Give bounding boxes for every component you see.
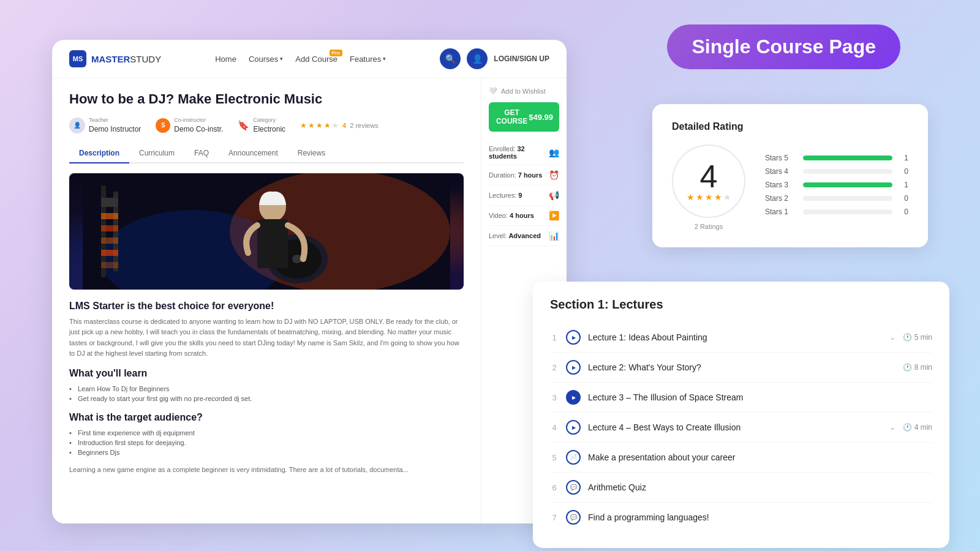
lecture-duration-1: 🕐 5 min: [903, 333, 932, 342]
clock-icon-1: 🕐: [903, 333, 912, 342]
lecture-num-5: 5: [550, 453, 559, 462]
tab-reviews[interactable]: Reviews: [288, 144, 335, 163]
enrolled-stat: Enrolled: 32 students 👥: [489, 140, 559, 165]
lecture-name-5: Make a presentation about your career: [588, 452, 932, 462]
coinstructor-info: Co-instructor Demo Co-instr.: [174, 117, 223, 134]
rating-row-3: Stars 3 1: [765, 181, 908, 189]
svg-rect-8: [101, 238, 118, 244]
enrolled-icon: 👥: [549, 148, 559, 157]
stars3-bar-wrap: [803, 182, 892, 187]
nav-features[interactable]: Features ▾: [350, 54, 386, 64]
search-button[interactable]: 🔍: [440, 48, 461, 69]
section-title: Section 1: Lectures: [550, 298, 932, 312]
clock-icon-2: 🕐: [903, 363, 912, 372]
lecture-row-6[interactable]: 6 Arithmetic Quiz: [550, 473, 932, 503]
lecture-name-7: Find a programming languages!: [588, 512, 932, 522]
nav-home[interactable]: Home: [215, 54, 236, 64]
lecture-icon-5: [566, 450, 581, 465]
level-stat: Level: Advanced 📊: [489, 226, 559, 246]
lecture-row-3[interactable]: 3 Lecture 3 – The Illusion of Space Stre…: [550, 383, 932, 413]
stars4-bar-wrap: [803, 169, 892, 174]
lecture-icon-7: [566, 510, 581, 525]
user-button[interactable]: 👤: [467, 48, 488, 69]
lecture-num-7: 7: [550, 513, 559, 522]
stars4-count: 0: [899, 167, 908, 176]
chevron-1: ⌄: [889, 333, 895, 342]
tab-curriculum[interactable]: Curriculum: [129, 144, 184, 163]
stars3-count: 1: [899, 181, 908, 189]
get-course-button[interactable]: GET COURSE $49.99: [489, 102, 559, 132]
course-main: How to be a DJ? Make Electronic Music 👤 …: [52, 78, 481, 523]
rating-bars: Stars 5 1 Stars 4 0 Stars 3 1: [765, 154, 908, 221]
coinstructor-meta: S Co-instructor Demo Co-instr.: [156, 117, 223, 134]
lectures-stat: Lectures: 9 📢: [489, 186, 559, 206]
tab-faq[interactable]: FAQ: [184, 144, 219, 163]
rating-title: Detailed Rating: [672, 121, 908, 132]
course-tabs: Description Curriculum FAQ Announcement …: [69, 144, 464, 163]
svg-rect-15: [257, 219, 288, 268]
rating-row-5: Stars 5 1: [765, 154, 908, 162]
rating-content: 4 ★★★★★ 2 Ratings Stars 5 1 Stars 4 0: [672, 144, 908, 230]
learn-heading: What you'll learn: [69, 368, 464, 379]
rating-stars: ★★★★★: [687, 192, 731, 202]
lecture-row-2[interactable]: 2 Lecture 2: What's Your Story? 🕐 8 min: [550, 353, 932, 383]
nav-courses[interactable]: Courses ▾: [249, 54, 283, 64]
category-meta: 🔖 Category Electronic: [238, 117, 285, 134]
stars3-bar: [803, 182, 892, 187]
learn-item-2: Get ready to start your first gig with n…: [69, 394, 464, 403]
wishlist-button[interactable]: 🤍 Add to Wishlist: [489, 87, 546, 95]
lecture-row-7[interactable]: 7 Find a programming languages!: [550, 503, 932, 532]
lecture-icon-3: [566, 390, 581, 405]
lecture-row-4[interactable]: 4 Lecture 4 – Best Ways to Create Illusi…: [550, 413, 932, 443]
clock-icon-4: 🕐: [903, 423, 912, 432]
target-heading: What is the target audience?: [69, 412, 464, 423]
stars2-label: Stars 2: [765, 194, 797, 203]
course-meta: 👤 Teacher Demo Instructor S Co-instructo…: [69, 117, 464, 134]
lecture-num-6: 6: [550, 483, 559, 492]
lectures-card: Section 1: Lectures 1 Lecture 1: Ideas A…: [533, 282, 949, 548]
lecture-name-1: Lecture 1: Ideas About Painting: [588, 332, 882, 342]
lecture-row-5[interactable]: 5 Make a presentation about your career: [550, 443, 932, 473]
svg-rect-6: [101, 213, 118, 219]
learn-list: Learn How To Dj for Beginners Get ready …: [69, 384, 464, 403]
add-course-wrap: Add Course Pro: [295, 54, 337, 64]
big-rating: 4 ★★★★★ 2 Ratings: [672, 144, 745, 230]
lecture-name-2: Lecture 2: What's Your Story?: [588, 362, 895, 372]
svg-rect-7: [101, 225, 118, 231]
duration-icon: ⏰: [549, 170, 559, 180]
description-text: This masterclass course is dedicated to …: [69, 317, 464, 359]
lecture-num-3: 3: [550, 393, 559, 402]
learn-item-1: Learn How To Dj for Beginners: [69, 384, 464, 394]
bookmark-icon: 🔖: [238, 120, 249, 131]
lecture-name-6: Arithmetic Quiz: [588, 482, 932, 492]
rating-meta: ★★★★★ 4 2 reviews: [300, 121, 379, 130]
dj-silhouette: [69, 173, 464, 290]
lecture-duration-4: 🕐 4 min: [903, 423, 932, 432]
lecture-name-3: Lecture 3 – The Illusion of Space Stream: [588, 392, 932, 402]
rating-row-1: Stars 1 0: [765, 208, 908, 216]
target-item-3: Beginners Djs: [69, 448, 464, 457]
lecture-num-4: 4: [550, 423, 559, 432]
extra-text: Learning a new game engine as a complete…: [69, 465, 464, 476]
lecture-name-4: Lecture 4 – Best Ways to Create Illusion: [588, 422, 882, 432]
login-button[interactable]: LOGIN/SIGN UP: [494, 54, 549, 63]
logo-icon: MS: [69, 50, 86, 67]
teacher-info: Teacher Demo Instructor: [89, 117, 141, 134]
tab-announcement[interactable]: Announcement: [219, 144, 288, 163]
lectures-icon: 📢: [549, 190, 559, 200]
course-card: MS MASTERSTUDY Home Courses ▾ Add Course…: [52, 40, 567, 523]
svg-rect-10: [101, 262, 118, 268]
nav-actions: 🔍 👤 LOGIN/SIGN UP: [440, 48, 549, 69]
stars5-bar: [803, 156, 892, 160]
tab-description[interactable]: Description: [69, 144, 129, 163]
svg-rect-9: [101, 250, 118, 256]
video-icon: ▶️: [549, 211, 559, 220]
lecture-icon-2: [566, 360, 581, 375]
lecture-row-1[interactable]: 1 Lecture 1: Ideas About Painting ⌄ 🕐 5 …: [550, 323, 932, 353]
stars4-label: Stars 4: [765, 167, 797, 176]
lecture-num-1: 1: [550, 333, 559, 342]
stars5-bar-wrap: [803, 156, 892, 160]
stars3-label: Stars 3: [765, 181, 797, 189]
navbar: MS MASTERSTUDY Home Courses ▾ Add Course…: [52, 40, 567, 78]
pro-badge: Pro: [330, 50, 342, 56]
